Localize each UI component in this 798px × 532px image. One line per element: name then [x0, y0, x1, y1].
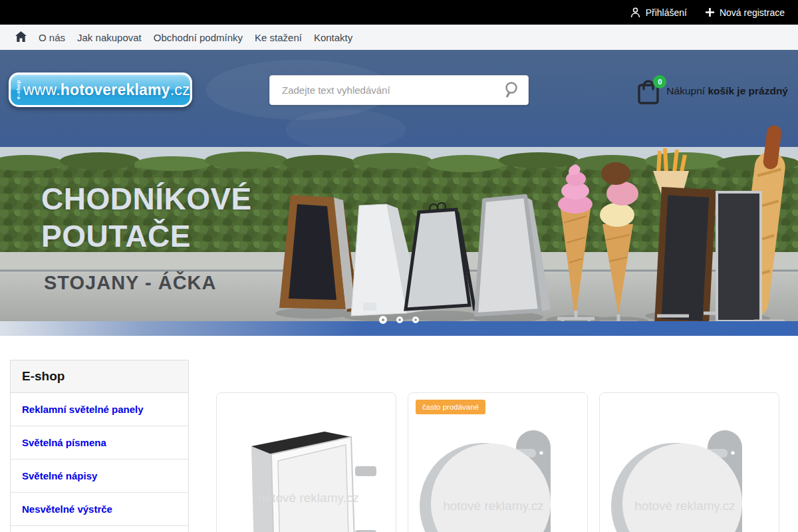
carousel-dot-1[interactable]	[379, 316, 387, 324]
menu-item-kontakty[interactable]: Kontakty	[308, 32, 358, 43]
product-image-rect-lightbox: hotové reklamy.cz	[223, 412, 390, 532]
carousel-indicators	[0, 313, 798, 325]
logo-tagline: e-shop	[15, 80, 21, 99]
sidebar-item-reklamni-svetelne-panely[interactable]: Reklamní světelné panely	[11, 393, 188, 426]
logo-text: www.hotovereklamy.cz	[23, 81, 190, 99]
cart-count-badge: 0	[653, 75, 666, 88]
product-card-round-panel-bestseller[interactable]: často prodávané hotové reklamy.cz	[408, 392, 588, 532]
hero-title: CHODNÍKOVÉ POUTAČE	[41, 180, 252, 255]
carousel-dot-3[interactable]	[412, 317, 419, 323]
svg-text:hotové reklamy.cz: hotové reklamy.cz	[443, 499, 544, 513]
sidebar-item-svetelne-napisy[interactable]: Světelné nápisy	[11, 460, 188, 493]
shopping-bag-icon: 0	[636, 76, 662, 106]
hero-subtitle: STOJANY - ÁČKA	[44, 272, 216, 294]
sidebar-item-partial[interactable]	[11, 526, 188, 532]
login-label: Přihlášení	[646, 7, 687, 18]
eshop-sidebar: E-shop Reklamní světelné panely Světelná…	[10, 360, 189, 532]
topbar: Přihlášení Nová registrace	[0, 0, 798, 25]
product-image-round-lightbox: hotové reklamy.cz	[415, 412, 581, 532]
menu-item-jak-nakupovat[interactable]: Jak nakupovat	[71, 32, 148, 43]
home-icon	[15, 31, 27, 44]
register-link[interactable]: Nová registrace	[706, 7, 785, 18]
often-sold-badge: často prodávané	[416, 400, 485, 414]
search-input[interactable]	[269, 75, 529, 105]
menu-item-ke-stazeni[interactable]: Ke stažení	[249, 32, 308, 43]
user-icon	[630, 7, 640, 18]
cart-status-text: Nákupní košík je prázdný	[666, 85, 788, 97]
main-content: E-shop Reklamní světelné panely Světelná…	[0, 336, 798, 532]
cart-link[interactable]: 0 Nákupní košík je prázdný	[636, 76, 788, 106]
home-link[interactable]	[9, 31, 33, 44]
sidebar-item-svetelna-pismena[interactable]: Světelná písmena	[11, 426, 188, 460]
search-button[interactable]	[502, 80, 522, 100]
plus-icon	[706, 8, 714, 17]
product-card-round-panel[interactable]: hotové reklamy.cz	[599, 392, 779, 532]
svg-text:hotové reklamy.cz: hotové reklamy.cz	[258, 491, 359, 505]
product-image-round-lightbox: hotové reklamy.cz	[606, 412, 773, 532]
register-label: Nová registrace	[720, 7, 785, 18]
menu-item-o-nas[interactable]: O nás	[33, 32, 71, 43]
product-grid: hotové reklamy.cz často prodávané hotové…	[216, 392, 779, 532]
hero-banner[interactable]: e-shop www.hotovereklamy.cz 0 Nákupní ko…	[0, 50, 798, 336]
menu-item-obchodni-podminky[interactable]: Obchodní podmínky	[148, 32, 249, 43]
search-bar	[269, 75, 529, 105]
carousel-dot-2[interactable]	[396, 317, 403, 323]
main-menu: O nás Jak nakupovat Obchodní podmínky Ke…	[0, 25, 798, 50]
magnifier-icon	[503, 90, 521, 100]
sidebar-item-nesvetelne-vystrce[interactable]: Nesvětelné výstrče	[11, 493, 188, 526]
site-logo[interactable]: e-shop www.hotovereklamy.cz	[9, 72, 192, 107]
login-link[interactable]: Přihlášení	[630, 7, 687, 18]
sidebar-title: E-shop	[11, 360, 188, 393]
product-card-rect-panel[interactable]: hotové reklamy.cz	[216, 392, 396, 532]
svg-text:hotové reklamy.cz: hotové reklamy.cz	[634, 499, 735, 513]
